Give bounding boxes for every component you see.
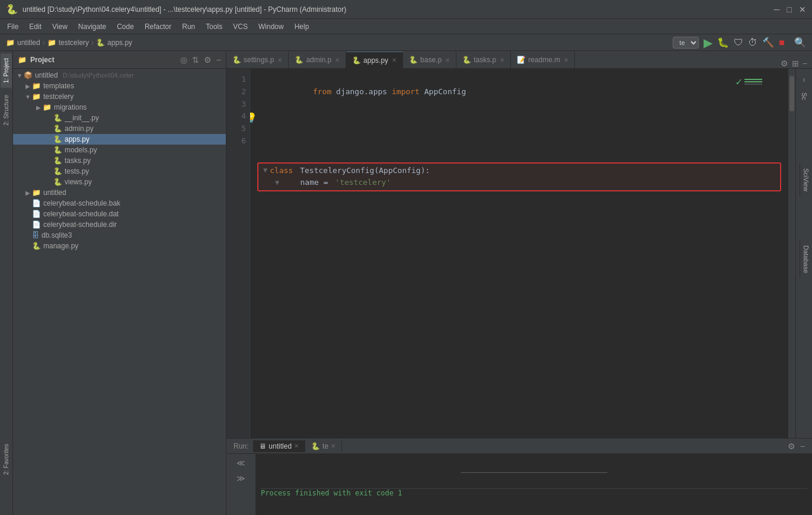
bottom-tab-untitled[interactable]: 🖥 untitled ✕ [253, 440, 305, 452]
run-tab-close-te[interactable]: ✕ [331, 443, 335, 449]
breadcrumb-testcelery[interactable]: 📁 testcelery [47, 39, 89, 47]
database-tab[interactable]: Database [800, 241, 812, 278]
sidebar-tab-structure[interactable]: 2: Structure [1, 90, 12, 130]
tree-item-admin[interactable]: 🐍 admin.py [13, 123, 226, 134]
settings-tab-close[interactable]: ✕ [277, 57, 282, 63]
sidebar-tab-favorites[interactable]: 2: Favorites [1, 439, 12, 479]
fold-button-4[interactable]: ▼ [263, 165, 267, 176]
tree-label-bak: celerybeat-schedule.bak [43, 199, 120, 207]
base-tab-close[interactable]: ✕ [445, 57, 450, 63]
line-num-1: 1 [230, 73, 246, 86]
search-button[interactable]: 🔍 [794, 37, 806, 48]
scroll-to-top-button[interactable]: ⇅ [192, 55, 199, 65]
bottom-nav-up[interactable]: ≪ [235, 456, 247, 469]
coverage-button[interactable]: 🛡 [734, 37, 743, 48]
run-tab-close-untitled[interactable]: ✕ [294, 443, 299, 449]
editor-scrollbar[interactable] [788, 69, 795, 438]
menu-item-view[interactable]: View [47, 21, 72, 32]
tree-item-testcelery[interactable]: ▼ 📁 testcelery [13, 91, 226, 102]
tree-item-migrations[interactable]: ▶ 📁 migrations [13, 102, 226, 113]
expand-right-btn[interactable]: › [799, 71, 809, 88]
breadcrumb-untitled[interactable]: 📁 untitled [6, 39, 40, 47]
tasks-file-icon: 🐍 [53, 156, 62, 165]
file-tree: ▼ 📦 untitled D:\study\Python\04.celer ▶ … [13, 69, 226, 515]
tree-item-templates[interactable]: ▶ 📁 templates [13, 81, 226, 91]
admin-file-icon: 🐍 [53, 124, 62, 133]
tree-item-bak[interactable]: 📄 celerybeat-schedule.bak [13, 198, 226, 209]
tab-settings[interactable]: 🐍 settings.p ✕ [226, 52, 289, 68]
menu-item-window[interactable]: Window [254, 21, 289, 32]
bottom-tab-te[interactable]: 🐍 te ✕ [305, 440, 342, 452]
tree-item-db[interactable]: 🗄 db.sqlite3 [13, 230, 226, 241]
tree-item-tests[interactable]: 🐍 tests.py [13, 166, 226, 177]
file-icon: 🐍 [96, 39, 105, 47]
settings-button[interactable]: ⚙ [204, 55, 212, 65]
stop-button[interactable]: ■ [779, 37, 785, 48]
root-folder-icon: 📦 [24, 71, 33, 79]
menu-item-refactor[interactable]: Refactor [140, 21, 176, 32]
main-area: 1: Project 2: Structure 2: Favorites 📁 P… [0, 51, 812, 515]
maximize-button[interactable]: □ [787, 5, 792, 14]
locate-file-button[interactable]: ◎ [180, 55, 187, 65]
sciview-label[interactable]: Sc [801, 90, 808, 103]
untitled-folder-icon: 📁 [32, 188, 41, 197]
tree-item-models[interactable]: 🐍 models.py [13, 145, 226, 155]
bottom-collapse-btn[interactable]: − [800, 442, 805, 451]
tree-item-dat[interactable]: 📄 celerybeat-schedule.dat [13, 209, 226, 219]
menu-item-edit[interactable]: Edit [24, 21, 46, 32]
menu-item-tools[interactable]: Tools [201, 21, 227, 32]
tab-settings-minus[interactable]: − [803, 59, 807, 68]
profile-button[interactable]: ⏱ [748, 37, 757, 48]
close-button[interactable]: ✕ [799, 5, 806, 14]
collapse-button[interactable]: − [216, 55, 221, 65]
minimize-button[interactable]: ─ [774, 5, 780, 14]
bottom-content: ≪ ≫ ────────────────────────────────────… [226, 454, 812, 515]
sidebar-tab-project[interactable]: 1: Project [1, 53, 12, 88]
tree-item-views[interactable]: 🐍 views.py [13, 177, 226, 187]
bottom-nav-down[interactable]: ≫ [235, 472, 247, 485]
code-line-3 [257, 148, 781, 160]
tab-settings-gear[interactable]: ⚙ [781, 59, 788, 68]
tasks-tab-close[interactable]: ✕ [500, 57, 504, 63]
menu-item-navigate[interactable]: Navigate [73, 21, 111, 32]
readme-tab-close[interactable]: ✕ [564, 57, 568, 63]
tree-item-manage[interactable]: 🐍 manage.py [13, 241, 226, 251]
tree-item-dir[interactable]: 📄 celerybeat-schedule.dir [13, 219, 226, 230]
breadcrumb-label-untitled: untitled [17, 39, 40, 47]
tab-readme[interactable]: 📝 readme.m ✕ [511, 52, 575, 68]
code-editor[interactable]: ✓ from django.apps import AppConfig � [250, 69, 788, 438]
debug-button[interactable]: 🐛 [717, 37, 729, 48]
breadcrumb-apps[interactable]: 🐍 apps.py [96, 39, 132, 47]
tree-label-views: views.py [65, 178, 92, 186]
tree-item-init[interactable]: 🐍 __init__.py [13, 113, 226, 123]
tab-apps[interactable]: 🐍 apps.py ✕ [346, 52, 403, 68]
menu-item-run[interactable]: Run [177, 21, 200, 32]
fold-button-5[interactable]: ▼ [275, 177, 279, 188]
tab-admin[interactable]: 🐍 admin.p ✕ [289, 52, 346, 68]
run-button[interactable]: ▶ [704, 36, 712, 50]
left-side-tabs: 1: Project 2: Structure 2: Favorites [0, 51, 13, 515]
tab-settings-expand[interactable]: ⊞ [792, 59, 799, 68]
build-button[interactable]: 🔨 [762, 37, 774, 48]
admin-tab-close[interactable]: ✕ [335, 57, 340, 63]
tree-item-root[interactable]: ▼ 📦 untitled D:\study\Python\04.celer [13, 70, 226, 81]
tree-item-untitled-folder[interactable]: ▶ 📁 untitled [13, 187, 226, 198]
sciview-tab[interactable]: SciView [800, 164, 812, 196]
hint-bulb-icon[interactable]: 💡 [250, 110, 257, 126]
tests-file-icon: 🐍 [53, 167, 62, 175]
tree-item-apps[interactable]: 🐍 apps.py [13, 134, 226, 145]
bottom-panel: Run: 🖥 untitled ✕ 🐍 te ✕ ⚙ − [226, 438, 812, 515]
menu-item-code[interactable]: Code [112, 21, 139, 32]
tree-label-untitled-folder: untitled [43, 188, 66, 197]
tree-item-tasks[interactable]: 🐍 tasks.py [13, 155, 226, 166]
tab-base[interactable]: 🐍 base.p ✕ [403, 52, 456, 68]
menu-item-vcs[interactable]: VCS [228, 21, 252, 32]
menu-item-file[interactable]: File [2, 21, 23, 32]
scrollbar-thumb[interactable] [789, 76, 794, 111]
tab-tasks[interactable]: 🐍 tasks.p ✕ [456, 52, 511, 68]
menu-item-help[interactable]: Help [290, 21, 314, 32]
bottom-settings-btn[interactable]: ⚙ [788, 442, 795, 451]
run-tab-icon-untitled: 🖥 [259, 442, 266, 450]
apps-tab-close[interactable]: ✕ [392, 57, 397, 63]
run-config-dropdown[interactable]: te [673, 37, 699, 49]
